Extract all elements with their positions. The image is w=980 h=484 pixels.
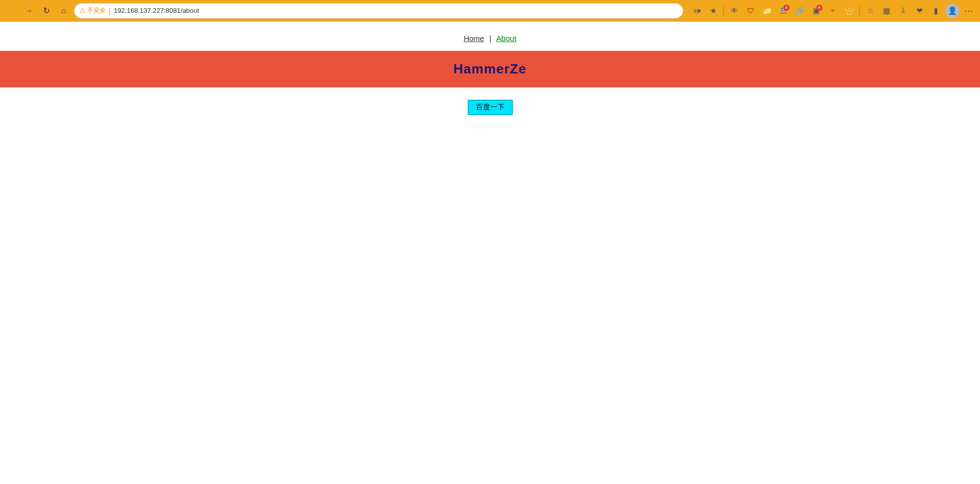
site-header: HammerZe	[0, 51, 980, 87]
extension-icon-4[interactable]: ☷ 6	[776, 4, 791, 18]
security-warning: ⚠ 不安全	[80, 6, 106, 15]
nav-links: Home | About	[0, 22, 980, 51]
address-separator: |	[109, 7, 111, 15]
home-link[interactable]: Home	[464, 34, 484, 43]
reload-button[interactable]: ↻	[39, 4, 53, 18]
download-icon[interactable]: ⇩	[896, 4, 910, 18]
forward-button[interactable]: →	[22, 4, 36, 18]
extension-icon-8[interactable]: 👑	[842, 4, 856, 18]
extension-icon-5[interactable]: 🔗	[793, 4, 807, 18]
home-button[interactable]: ⌂	[56, 4, 71, 18]
toolbar-divider-1	[723, 6, 724, 16]
favorites-heart-icon[interactable]: ❤	[912, 4, 927, 18]
browser-chrome: ← → ↻ ⌂ ⚠ 不安全 | 192.168.137.227:8081/abo…	[0, 0, 980, 22]
toolbar-divider-2	[859, 6, 860, 16]
toolbar-icons: 🕪 ★ 👁 🛡 📁 ☷ 6 🔗 ▣ 6 ⚬ 👑 ☆ ▦ ⇩ ❤ ▮ 👤 ⋯	[689, 4, 976, 18]
read-aloud-icon[interactable]: 🕪	[689, 4, 704, 18]
profile-button[interactable]: 👤	[945, 4, 959, 18]
nav-separator: |	[489, 34, 491, 43]
address-bar[interactable]: ⚠ 不安全 | 192.168.137.227:8081/about	[74, 3, 683, 18]
about-link[interactable]: About	[496, 34, 516, 43]
address-text: 192.168.137.227:8081/about	[114, 7, 678, 14]
baidu-btn-wrapper: 百度一下	[0, 100, 980, 115]
extension-icon-1[interactable]: 👁	[727, 4, 741, 18]
extension-icon-7[interactable]: ⚬	[825, 4, 840, 18]
favorites-icon[interactable]: ★	[706, 4, 720, 18]
extension-icon-6[interactable]: ▣ 6	[809, 4, 823, 18]
baidu-button[interactable]: 百度一下	[468, 100, 513, 115]
extension-icon-10[interactable]: ▦	[879, 4, 894, 18]
warning-icon: ⚠	[80, 7, 86, 14]
extension-icon-3[interactable]: 📁	[760, 4, 774, 18]
extension-badge-4: 6	[783, 5, 790, 11]
security-label: 不安全	[87, 6, 106, 15]
extension-badge-6: 6	[816, 5, 822, 11]
back-button[interactable]: ←	[4, 4, 18, 18]
page-content: Home | About HammerZe 百度一下	[0, 22, 980, 484]
site-title: HammerZe	[453, 61, 526, 77]
extension-icon-9[interactable]: ☆	[863, 4, 877, 18]
more-button[interactable]: ⋯	[962, 4, 976, 18]
extension-icon-2[interactable]: 🛡	[743, 4, 758, 18]
screenshot-icon[interactable]: ▮	[929, 4, 943, 18]
